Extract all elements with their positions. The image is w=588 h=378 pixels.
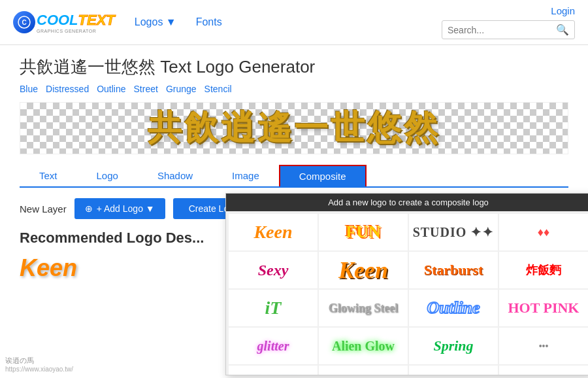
search-icon[interactable]: 🔍 <box>556 24 569 36</box>
logo-subtitle: GRAPHICS GENERATOR <box>37 29 115 33</box>
style-blue[interactable]: Blue <box>20 84 38 94</box>
grid-item-starburst[interactable]: Starburst <box>409 252 498 288</box>
watermark: 诶逍の馬 https://www.xiaoyao.tw/ <box>5 356 73 373</box>
grid-item-frosty[interactable]: FROSTY <box>229 366 318 375</box>
grid-item-steel[interactable]: Glowing Steel <box>319 290 408 326</box>
tab-shadow[interactable]: Shadow <box>138 165 212 186</box>
style-distressed[interactable]: Distressed <box>46 84 89 94</box>
tab-text[interactable]: Text <box>20 165 77 186</box>
tab-logo[interactable]: Logo <box>77 165 138 186</box>
grid-item-outline[interactable]: Outline <box>409 290 498 326</box>
add-logo-button[interactable]: ⊕ + Add Logo ▼ <box>74 198 165 219</box>
grid-item-keen[interactable]: Keen <box>229 214 318 250</box>
tab-image[interactable]: Image <box>212 165 279 186</box>
search-input[interactable] <box>448 25 552 35</box>
nav-fonts[interactable]: Fonts <box>196 16 222 28</box>
style-grunge[interactable]: Grunge <box>166 84 197 94</box>
header-left: C COOL TEXT GRAPHICS GENERATOR Logos ▼ F… <box>13 11 222 33</box>
preview-text: 共飲逍遙一世悠然 <box>148 105 440 151</box>
logo-cool-text: COOL <box>37 12 78 29</box>
header-right: Login 🔍 <box>442 5 575 39</box>
grid-item-extra2[interactable]: ▶ <box>499 366 588 375</box>
search-box: 🔍 <box>442 20 575 39</box>
grid-item-keen-big[interactable]: Keen <box>319 252 408 288</box>
style-outline[interactable]: Outline <box>97 84 125 94</box>
style-links: Blue Distressed Outline Street Grunge St… <box>20 84 568 94</box>
grid-item-star[interactable]: ♦♦ <box>499 214 588 250</box>
grid-item-studio[interactable]: STUDIO ✦✦ <box>409 214 498 250</box>
dropdown-tooltip: Add a new logo to create a composite log… <box>226 194 588 211</box>
logo-text-text: TEXT <box>78 12 115 29</box>
grid-item-hotpink[interactable]: HOT PINK <box>499 290 588 326</box>
logo-preview: 共飲逍遙一世悠然 <box>20 102 568 154</box>
grid-item-alien[interactable]: Alien Glow <box>319 328 408 364</box>
site-logo[interactable]: C COOL TEXT GRAPHICS GENERATOR <box>13 11 115 33</box>
grid-item-fun[interactable]: FUN <box>319 214 408 250</box>
header: C COOL TEXT GRAPHICS GENERATOR Logos ▼ F… <box>0 0 588 45</box>
grid-item-tesla[interactable]: TESLA <box>409 366 498 375</box>
svg-text:C: C <box>22 19 26 26</box>
style-stencil[interactable]: Stencil <box>204 84 232 94</box>
grid-item-it[interactable]: iT <box>229 290 318 326</box>
tab-composite[interactable]: Composite <box>279 165 367 186</box>
grid-item-chinese[interactable]: 炸飯麪 <box>499 252 588 288</box>
rec-logo-keen[interactable]: Keen <box>20 254 77 282</box>
grid-item-extra1[interactable]: ••• <box>499 328 588 364</box>
watermark-line1: 诶逍の馬 <box>5 356 73 366</box>
add-logo-dropdown: Add a new logo to create a composite log… <box>225 193 588 375</box>
add-logo-label: + Add Logo ▼ <box>97 203 155 214</box>
login-link[interactable]: Login <box>551 5 575 16</box>
grid-item-sexy[interactable]: Sexy <box>229 252 318 288</box>
new-layer-label: New Layer <box>20 203 67 215</box>
page-title: 共飲逍遙一世悠然 Text Logo Generator <box>20 56 568 78</box>
logo-circle-icon: C <box>13 11 35 33</box>
style-street[interactable]: Street <box>134 84 158 94</box>
logo-grid: Keen FUN STUDIO ✦✦ ♦♦ Sexy Keen Starburs… <box>226 211 588 375</box>
grid-item-gold[interactable]: Gold Outline <box>319 366 408 375</box>
watermark-line2: https://www.xiaoyao.tw/ <box>5 366 73 373</box>
add-logo-icon: ⊕ <box>85 203 93 214</box>
grid-item-spring[interactable]: Spring <box>409 328 498 364</box>
grid-item-glitter[interactable]: glitter <box>229 328 318 364</box>
tabs: Text Logo Shadow Image Composite <box>20 165 568 188</box>
nav-logos[interactable]: Logos ▼ <box>135 16 176 28</box>
